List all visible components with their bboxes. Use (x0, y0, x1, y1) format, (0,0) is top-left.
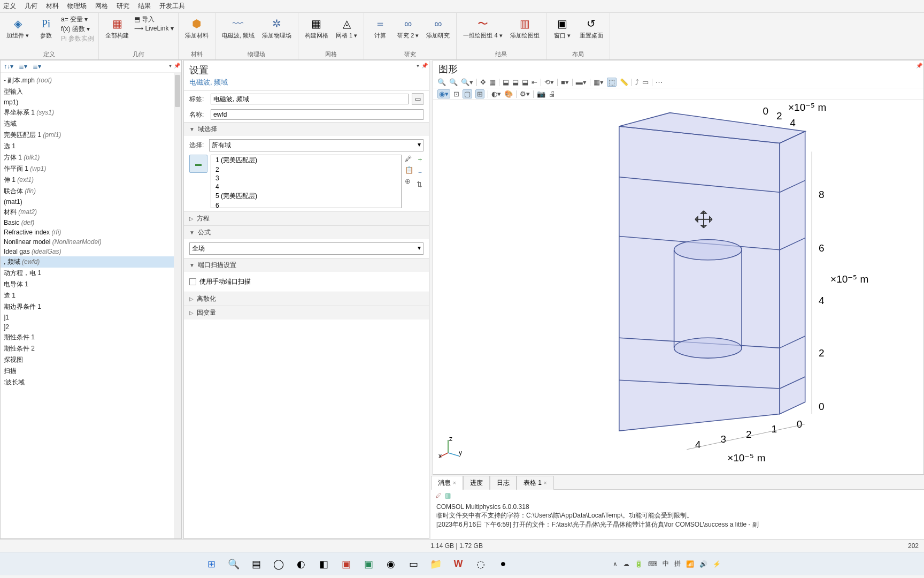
tab-messages[interactable]: 消息× (431, 476, 463, 490)
app-icon[interactable]: ▣ (360, 556, 376, 572)
tray-volume-icon[interactable]: 🔊 (699, 560, 707, 568)
transparency-icon[interactable]: ▦▾ (594, 78, 604, 86)
tree-item[interactable]: - 副本.mph (root) (1, 75, 181, 86)
menu-item[interactable]: 开发工具 (159, 2, 185, 11)
rotate-icon[interactable]: ⟲▾ (544, 78, 554, 86)
domain-list-item[interactable]: 4 (211, 182, 401, 191)
grid-toggle[interactable]: ⊞ (475, 89, 484, 98)
clear-log-icon[interactable]: 🖊 (435, 492, 442, 499)
section-depvar-header[interactable]: ▷ 因变量 (184, 306, 429, 320)
grid-icon[interactable]: ▦ (489, 78, 496, 86)
section-discrete-header[interactable]: ▷ 离散化 (184, 292, 429, 306)
add-icon[interactable]: ＋ (417, 155, 424, 164)
wps-icon[interactable]: W (450, 556, 466, 572)
section-port-header[interactable]: ▼ 端口扫描设置 (184, 258, 429, 272)
tab-table[interactable]: 表格 1× (517, 476, 554, 490)
select-mode-toggle[interactable]: ⬚ (607, 78, 617, 87)
app-icon[interactable]: ▭ (405, 556, 421, 572)
menu-item[interactable]: 材料 (46, 2, 59, 11)
panel-pin-icon[interactable]: 📌 (174, 63, 180, 69)
formula-select[interactable]: 全场▾ (189, 242, 424, 255)
window-button[interactable]: ▣ 窗口 ▾ (551, 15, 574, 40)
import-button[interactable]: ⬒ 导入 (134, 15, 174, 24)
params-button[interactable]: Pi 参数 (34, 15, 58, 40)
xy-view-icon[interactable]: ⬓ (503, 78, 509, 86)
menu-item[interactable]: 定义 (3, 2, 16, 11)
tray-overflow-icon[interactable]: ∧ (613, 560, 618, 568)
yz-view-icon[interactable]: ⬓ (512, 78, 519, 86)
clip-icon[interactable]: ▭ (642, 78, 649, 86)
tag-edit-button[interactable]: ▭ (412, 93, 424, 105)
tree-item[interactable]: 动方程，电 1 (1, 268, 181, 279)
print-icon[interactable]: 🖨 (549, 90, 556, 98)
tree-scrollbar[interactable] (174, 73, 181, 538)
transparency-toggle[interactable]: ▢ (463, 89, 472, 98)
app-icon[interactable]: ▣ (338, 556, 354, 572)
tree-item[interactable]: 方体 1 (blk1) (1, 152, 181, 163)
panel-menu-icon[interactable]: ▾ (169, 63, 172, 69)
graphics-viewport[interactable]: 0 2 4 ×10⁻⁵ m 8 6 4 2 0 ×10⁻⁵ m 4 3 2 1 (433, 100, 923, 474)
panel-pin-icon[interactable]: 📌 (916, 63, 922, 69)
zoom-box-icon[interactable]: 🔍▾ (461, 78, 473, 86)
material-render-icon[interactable]: ◐▾ (491, 90, 501, 98)
toggle-icon[interactable]: ⇅ (417, 180, 424, 188)
probe-icon[interactable]: ⤴ (635, 78, 639, 86)
tree-item[interactable]: Refractive index (rfi) (1, 227, 181, 237)
tree-filter-icon[interactable]: ↑↓▾ (4, 63, 13, 70)
tree-item[interactable]: 材料 (mat2) (1, 207, 181, 218)
close-icon[interactable]: × (453, 480, 456, 486)
paste-icon[interactable]: 🖉 (405, 155, 413, 163)
xz-view-icon[interactable]: ⬓ (522, 78, 528, 86)
zoom-icon[interactable]: ⊕ (405, 177, 413, 185)
close-icon[interactable]: × (544, 480, 547, 486)
tray-wifi-icon[interactable]: 📶 (686, 560, 694, 568)
taskview-icon[interactable]: ▤ (248, 556, 264, 572)
steam-icon[interactable]: ◉ (383, 556, 399, 572)
tag-input[interactable] (211, 94, 409, 104)
more-icon[interactable]: ⋯ (656, 78, 663, 86)
tree-item[interactable]: 探视图 (1, 354, 181, 366)
tree-item[interactable]: Ideal gas (idealGas) (1, 247, 181, 256)
domain-list-item[interactable]: 5 (完美匹配层) (211, 191, 401, 201)
menu-item[interactable]: 物理场 (67, 2, 87, 11)
center-icon[interactable]: ✥ (480, 78, 486, 86)
tree-item[interactable]: 期性条件 1 (1, 332, 181, 343)
tree-item[interactable]: 伸 1 (ext1) (1, 174, 181, 186)
domain-list-item[interactable]: 3 (211, 174, 401, 182)
livelink-button[interactable]: ⟿ LiveLink ▾ (134, 25, 174, 32)
tree-item[interactable]: 扫描 (1, 366, 181, 377)
tree-item[interactable]: 界坐标系 1 (sys1) (1, 107, 181, 118)
measure-icon[interactable]: 📏 (620, 78, 628, 86)
tree-item[interactable]: (mat1) (1, 197, 181, 207)
tree-item[interactable]: ]1 (1, 313, 181, 322)
add-component-button[interactable]: ◈ 加组件 ▾ (4, 15, 31, 40)
edge-icon[interactable]: ◐ (293, 556, 309, 572)
chrome-icon[interactable]: ◯ (271, 556, 287, 572)
name-input[interactable] (211, 109, 424, 120)
tab-log[interactable]: 日志 (490, 476, 517, 490)
tree-item[interactable]: 电导体 1 (1, 279, 181, 290)
tree-item[interactable]: , 频域 (ewfd) (1, 256, 181, 268)
tree-item[interactable]: 选域 (1, 118, 181, 130)
section-formula-header[interactable]: ▼ 公式 (184, 226, 429, 239)
tray-ime-zh[interactable]: 中 (663, 559, 669, 568)
mesh-select-button[interactable]: ◬ 网格 1 ▾ (334, 15, 359, 40)
compute-button[interactable]: ＝ 计算 (368, 15, 392, 40)
tree-item[interactable]: 联合体 (fin) (1, 186, 181, 197)
add-physics-button[interactable]: ✲ 添加物理场 (260, 15, 294, 40)
section-domain-header[interactable]: ▼ 域选择 (184, 123, 429, 136)
select-mode-icon[interactable]: ■▾ (561, 78, 569, 86)
color-icon[interactable]: 🎨 (504, 90, 513, 98)
model-tree[interactable]: - 副本.mph (root)型输入mp1)界坐标系 1 (sys1)选域完美匹… (1, 73, 181, 538)
tray-cloud-icon[interactable]: ☁ (623, 560, 629, 568)
explorer-icon[interactable]: 📁 (428, 556, 444, 572)
tree-item[interactable]: 选 1 (1, 141, 181, 152)
domain-list-item[interactable]: 1 (完美匹配层) (211, 155, 401, 165)
tree-item[interactable]: 型输入 (1, 86, 181, 97)
copy-icon[interactable]: 📋 (405, 166, 413, 174)
variables-button[interactable]: a= 变量 ▾ (61, 15, 94, 24)
tray-ime-icon[interactable]: ⌨ (648, 560, 657, 568)
app-icon[interactable]: ◧ (315, 556, 332, 572)
emw-physics-button[interactable]: 〰 电磁波, 频域 (220, 15, 257, 40)
tray-power-icon[interactable]: ⚡ (713, 560, 721, 568)
